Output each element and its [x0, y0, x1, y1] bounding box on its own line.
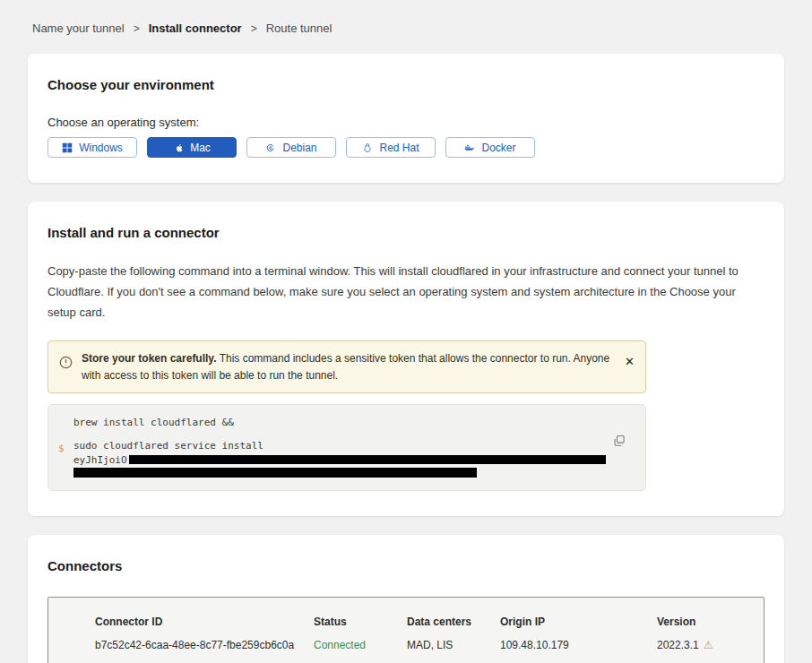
os-button-redhat[interactable]: Red Hat	[346, 137, 436, 158]
column-header-data-centers: Data centers	[407, 616, 500, 628]
os-button-label: Red Hat	[379, 142, 419, 154]
os-button-windows[interactable]: Windows	[48, 137, 137, 158]
os-button-label: Windows	[79, 142, 123, 154]
column-header-connector-id: Connector ID	[95, 616, 314, 628]
os-button-debian[interactable]: Debian	[246, 137, 336, 158]
apple-icon	[173, 142, 184, 153]
alert-circle-icon	[59, 356, 73, 375]
breadcrumb-step-install-connector[interactable]: Install connector	[149, 22, 242, 35]
data-centers-value: MAD, LIS	[407, 639, 500, 651]
status-badge: Connected	[314, 639, 407, 651]
command-line-1: brew install cloudflared &&	[73, 416, 609, 430]
connectors-table: Connector ID Status Data centers Origin …	[48, 597, 764, 663]
connector-id-value: b7c52c42-6caa-48ee-8c77-fbe259cb6c0a	[95, 639, 314, 651]
install-connector-description: Copy-paste the following command into a …	[48, 262, 764, 323]
command-line-gap	[73, 430, 609, 439]
install-command-block: $ brew install cloudflared && sudo cloud…	[48, 404, 646, 491]
install-connector-card: Install and run a connector Copy-paste t…	[28, 202, 784, 516]
os-button-label: Docker	[481, 142, 515, 154]
token-prefix: eyJhIjoiO	[73, 454, 127, 466]
origin-ip-value: 109.48.10.179	[500, 639, 657, 651]
column-header-status: Status	[314, 616, 407, 628]
os-button-docker[interactable]: Docker	[445, 137, 535, 158]
terminal-prompt: $	[58, 442, 65, 456]
debian-icon	[265, 142, 276, 153]
windows-icon	[62, 142, 73, 153]
connectors-card: Connectors Connector ID Status Data cent…	[28, 535, 784, 663]
os-button-row: Windows Mac Debian Red Hat	[48, 137, 764, 158]
token-redaction-bar	[129, 455, 606, 464]
choose-environment-card: Choose your environment Choose an operat…	[28, 54, 784, 183]
breadcrumb-step-name-tunnel[interactable]: Name your tunnel	[32, 22, 125, 35]
connectors-table-header: Connector ID Status Data centers Origin …	[95, 616, 755, 628]
column-header-version: Version	[657, 616, 755, 628]
token-warning-title: Store your token carefully.	[82, 352, 217, 365]
docker-whale-icon	[464, 142, 475, 153]
breadcrumb: Name your tunnel > Install connector > R…	[28, 0, 784, 35]
redhat-tux-icon	[362, 142, 373, 153]
warning-triangle-icon: ⚠	[704, 640, 713, 650]
os-select-label: Choose an operating system:	[48, 116, 764, 129]
version-number: 2022.3.1	[657, 639, 699, 651]
close-icon[interactable]: ✕	[625, 356, 635, 367]
breadcrumb-separator: >	[251, 22, 257, 35]
token-warning-text: Store your token carefully. This command…	[82, 350, 616, 383]
version-value: 2022.3.1 ⚠	[657, 639, 755, 651]
connectors-title: Connectors	[48, 558, 764, 573]
table-row: b7c52c42-6caa-48ee-8c77-fbe259cb6c0a Con…	[95, 639, 755, 651]
command-line-2: sudo cloudflared service install	[73, 439, 609, 453]
copy-icon[interactable]	[613, 435, 626, 447]
page-container: Name your tunnel > Install connector > R…	[28, 0, 784, 663]
token-redaction-bar-2	[73, 468, 477, 478]
breadcrumb-step-route-tunnel[interactable]: Route tunnel	[266, 22, 333, 35]
install-connector-title: Install and run a connector	[48, 225, 764, 240]
column-header-origin-ip: Origin IP	[500, 616, 657, 628]
breadcrumb-separator: >	[134, 22, 140, 35]
choose-environment-title: Choose your environment	[48, 77, 764, 92]
os-button-label: Mac	[190, 142, 211, 154]
os-button-label: Debian	[282, 142, 316, 154]
token-line: eyJhIjoiO	[73, 453, 609, 468]
os-button-mac[interactable]: Mac	[147, 137, 237, 158]
token-warning-banner: Store your token carefully. This command…	[48, 340, 646, 393]
